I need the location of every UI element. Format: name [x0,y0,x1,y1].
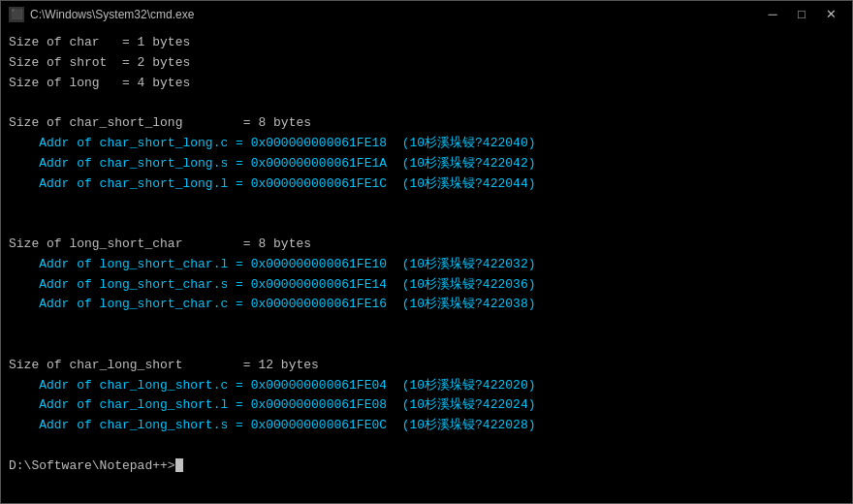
terminal-line: Addr of long_short_char.s = 0x0000000000… [9,275,844,296]
terminal-line: Addr of char_long_short.l = 0x0000000000… [9,395,844,416]
terminal-output[interactable]: Size of char = 1 bytesSize of shrot = 2 … [0,27,853,504]
terminal-line: Size of char_short_long = 8 bytes [9,113,844,134]
maximize-button[interactable]: □ [788,5,815,24]
empty-line [9,315,844,335]
empty-line [9,93,844,113]
empty-line [9,194,844,214]
cmd-icon: ⬛ [9,7,24,22]
cmd-window: ⬛ C:\Windows\System32\cmd.exe ─ □ ✕ Size… [0,0,853,504]
terminal-line: Addr of long_short_char.c = 0x0000000000… [9,295,844,315]
terminal-line: Addr of char_long_short.s = 0x0000000000… [9,416,844,436]
title-bar-controls: ─ □ ✕ [759,5,844,24]
title-bar-left: ⬛ C:\Windows\System32\cmd.exe [9,7,194,22]
title-bar: ⬛ C:\Windows\System32\cmd.exe ─ □ ✕ [0,0,853,27]
empty-line [9,335,844,356]
empty-line [9,214,844,235]
minimize-button[interactable]: ─ [759,5,786,24]
close-button[interactable]: ✕ [817,5,844,24]
prompt-line: D:\Software\Notepad++> [9,457,844,477]
terminal-line: Size of long = 4 bytes [9,74,844,94]
terminal-line: Addr of char_long_short.c = 0x0000000000… [9,376,844,396]
terminal-line: Size of char_long_short = 12 bytes [9,356,844,376]
cursor [175,458,183,472]
terminal-line: Addr of char_short_long.s = 0x0000000000… [9,154,844,174]
terminal-line: Size of shrot = 2 bytes [9,53,844,74]
terminal-line: Addr of long_short_char.l = 0x0000000000… [9,255,844,275]
terminal-line: Size of long_short_char = 8 bytes [9,235,844,255]
title-bar-text: C:\Windows\System32\cmd.exe [30,8,194,21]
terminal-line: Addr of char_short_long.c = 0x0000000000… [9,134,844,154]
terminal-line: Size of char = 1 bytes [9,33,844,53]
terminal-line: Addr of char_short_long.l = 0x0000000000… [9,174,844,195]
empty-line [9,436,844,457]
